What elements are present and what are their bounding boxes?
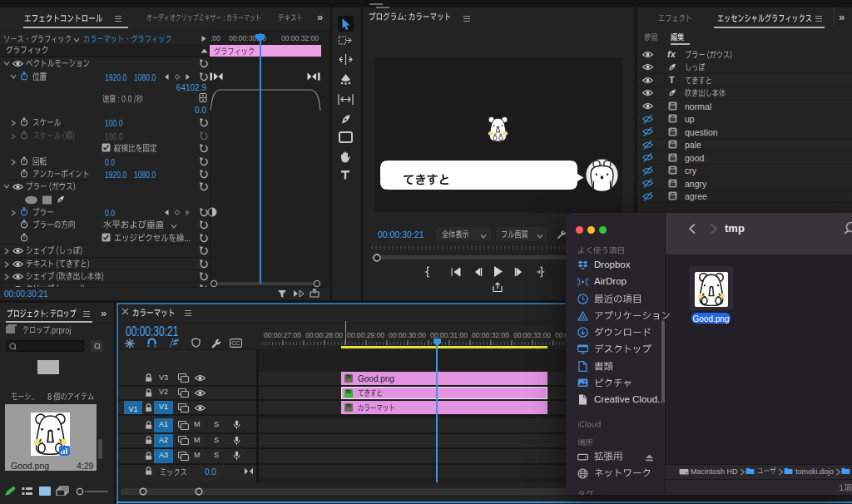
svg-text:A: A [581, 314, 585, 321]
svg-text:CC: CC [231, 340, 240, 346]
